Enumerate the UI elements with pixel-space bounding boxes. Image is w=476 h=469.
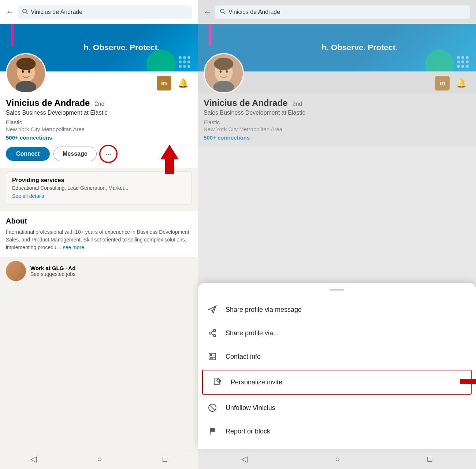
right-profile-connections: 500+ connections — [204, 134, 470, 141]
see-more-link[interactable]: see more — [63, 244, 84, 250]
report-label: Report or block — [226, 428, 270, 435]
ad-title: Work at GLG · Ad — [30, 265, 75, 271]
svg-point-5 — [22, 70, 24, 73]
right-search-icon — [220, 8, 226, 16]
svg-point-15 — [226, 70, 228, 73]
right-profile-name-row: Vinicius de Andrade · 2nd — [204, 98, 470, 108]
share-message-item[interactable]: Share profile via message — [198, 298, 476, 321]
svg-point-21 — [213, 335, 216, 337]
svg-line-23 — [211, 331, 214, 333]
degree-badge: · 2nd — [92, 101, 105, 107]
left-panel: ← Vinicius de Andrade h. Observe. Protec… — [0, 0, 198, 469]
bottom-sheet: Share profile via message Share profile … — [198, 283, 476, 449]
svg-point-4 — [16, 58, 36, 70]
right-back-button[interactable]: ← — [204, 7, 212, 17]
flag-icon — [207, 425, 218, 437]
left-ad-box: Work at GLG · Ad See suggested jobs — [6, 261, 192, 281]
svg-point-19 — [213, 329, 216, 332]
banner-text: h. Observe. Protect. — [83, 43, 160, 52]
contact-icon — [207, 351, 218, 362]
nav-square-icon[interactable]: □ — [163, 454, 167, 464]
right-profile-title: Sales Business Development at Elastic — [204, 110, 470, 116]
right-profile-icons: in 🔔 — [435, 76, 470, 91]
sheet-handle — [330, 289, 344, 291]
connect-button[interactable]: Connect — [6, 147, 50, 161]
annotation-arrow-right — [460, 372, 476, 392]
svg-line-33 — [210, 406, 215, 410]
contact-info-item[interactable]: Contact info — [198, 345, 476, 368]
linkedin-icon[interactable]: in — [157, 76, 171, 91]
right-bottom-nav: ◁ ○ □ — [198, 449, 476, 469]
svg-point-20 — [209, 332, 211, 334]
right-search-text: Vinicius de Andrade — [228, 9, 280, 15]
share-message-label: Share profile via message — [226, 306, 302, 314]
about-title: About — [6, 217, 192, 225]
right-avatar — [204, 53, 244, 93]
right-bell-icon: 🔔 — [454, 76, 469, 91]
message-button[interactable]: Message — [53, 147, 97, 161]
ad-content: Work at GLG · Ad See suggested jobs — [30, 265, 75, 277]
bell-icon[interactable]: 🔔 — [176, 76, 190, 91]
right-avatar-area: in 🔔 — [198, 53, 476, 93]
left-profile-connections: 500+ connections — [6, 134, 192, 141]
left-about-section: About International professional with 10… — [0, 211, 198, 257]
nav-home-icon[interactable]: ○ — [97, 454, 102, 464]
unfollow-icon — [207, 402, 218, 414]
unfollow-item[interactable]: Unfollow Vinicius — [198, 396, 476, 420]
svg-marker-31 — [460, 372, 476, 391]
services-title: Providing services — [12, 177, 186, 184]
search-icon — [22, 8, 28, 16]
left-profile-title: Sales Business Development at Elastic — [6, 110, 192, 116]
unfollow-label: Unfollow Vinicius — [226, 404, 275, 412]
svg-point-13 — [214, 58, 234, 70]
left-search-bar: ← Vinicius de Andrade — [0, 0, 198, 24]
more-button[interactable]: ··· — [100, 146, 116, 162]
right-profile-info: Vinicius de Andrade · 2nd Sales Business… — [198, 93, 476, 147]
left-avatar-area: in 🔔 — [0, 53, 198, 93]
left-bottom-nav: ◁ ○ □ — [0, 449, 198, 469]
left-profile-location: New York City Metropolitan Area — [6, 126, 192, 132]
left-search-container[interactable]: Vinicius de Andrade — [18, 5, 192, 19]
share-via-item[interactable]: Share profile via... — [198, 321, 476, 345]
left-search-text: Vinicius de Andrade — [31, 9, 82, 15]
right-search-bar: ← Vinicius de Andrade — [198, 0, 476, 24]
right-panel: ← Vinicius de Andrade h. Observe. Protec… — [198, 0, 476, 469]
share-via-label: Share profile via... — [226, 329, 279, 337]
send-icon — [207, 304, 218, 315]
nav-back-icon[interactable]: ◁ — [30, 454, 37, 464]
left-profile-company: Elastic — [6, 119, 192, 125]
share-icon — [207, 327, 218, 339]
svg-point-16 — [213, 81, 234, 93]
name-text: Vinicius de Andrade — [6, 98, 90, 108]
right-nav-home-icon[interactable]: ○ — [335, 454, 340, 464]
annotation-arrow-down — [160, 145, 179, 174]
svg-line-1 — [26, 12, 27, 14]
left-avatar[interactable] — [6, 53, 46, 93]
svg-line-10 — [224, 12, 225, 14]
services-link[interactable]: See all details — [12, 193, 186, 199]
svg-point-14 — [220, 70, 222, 73]
personalize-invite-label: Personalize invite — [231, 378, 282, 386]
left-back-button[interactable]: ← — [6, 7, 14, 17]
personalize-invite-item[interactable]: Personalize invite — [202, 370, 472, 395]
svg-point-6 — [28, 70, 30, 73]
ad-text: See suggested jobs — [30, 271, 75, 277]
svg-point-7 — [16, 81, 37, 93]
ad-avatar — [6, 261, 26, 281]
right-banner-text: h. Observe. Protect. — [321, 43, 398, 52]
left-services-box: Providing services Educational Consultin… — [6, 171, 192, 204]
services-text: Educational Consulting, Lead Generation,… — [12, 185, 186, 191]
right-name-text: Vinicius de Andrade — [204, 98, 287, 108]
svg-marker-8 — [160, 145, 179, 174]
right-nav-square-icon[interactable]: □ — [427, 454, 432, 464]
right-profile-company: Elastic — [204, 119, 470, 125]
svg-line-22 — [211, 334, 214, 335]
edit-icon — [212, 376, 223, 388]
right-nav-back-icon[interactable]: ◁ — [241, 454, 248, 464]
right-degree-badge: · 2nd — [289, 101, 302, 107]
right-search-container[interactable]: Vinicius de Andrade — [215, 5, 470, 19]
report-item[interactable]: Report or block — [198, 420, 476, 443]
banner-pink-decoration — [11, 24, 14, 46]
left-profile-name: Vinicius de Andrade · 2nd — [6, 98, 192, 108]
right-linkedin-icon: in — [435, 76, 450, 91]
